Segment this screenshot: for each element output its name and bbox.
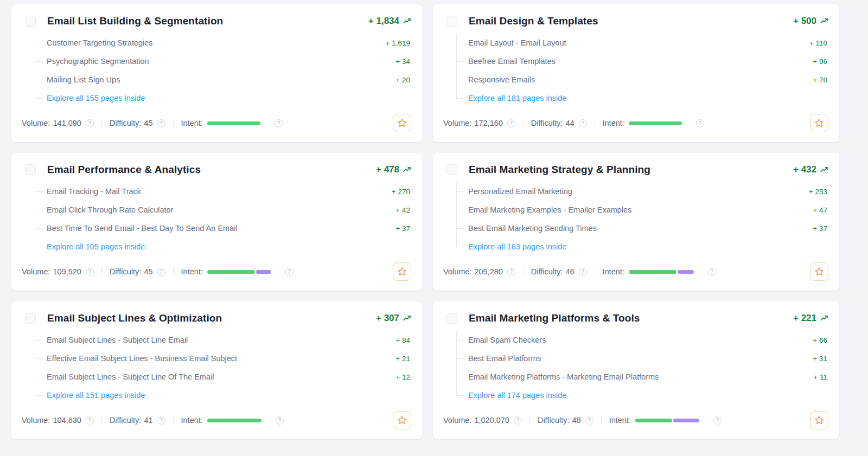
difficulty-label: Difficulty: — [110, 267, 142, 276]
keyword-label: Customer Targeting Strategies — [47, 38, 153, 47]
keyword-tree: Email Layout - Email Layout+ 110Beefree … — [456, 34, 828, 107]
help-icon[interactable]: ? — [86, 268, 94, 276]
help-icon[interactable]: ? — [696, 119, 704, 127]
explore-pages-link[interactable]: Explore all 163 pages inside — [468, 242, 566, 251]
trend-value: + 307 — [376, 313, 399, 324]
favorite-button[interactable] — [810, 262, 828, 281]
intent-label: Intent: — [181, 119, 203, 127]
keyword-trend-value: + 96 — [813, 57, 828, 66]
favorite-button[interactable] — [810, 411, 828, 429]
select-checkbox[interactable] — [446, 313, 457, 324]
volume-label: Volume: — [22, 119, 50, 127]
help-icon[interactable]: ? — [157, 416, 165, 425]
help-icon[interactable]: ? — [579, 119, 587, 127]
trend-up-icon — [820, 166, 828, 173]
intent-bar — [629, 270, 694, 274]
metric-divider — [173, 416, 174, 425]
explore-pages-link[interactable]: Explore all 155 pages inside — [47, 94, 145, 102]
keyword-label: Email Marketing Examples - Emailer Examp… — [468, 205, 631, 214]
help-icon[interactable]: ? — [713, 416, 722, 425]
favorite-button[interactable] — [393, 262, 411, 281]
explore-pages-link[interactable]: Explore all 105 pages inside — [47, 242, 145, 251]
keyword-item: Personalized Email Marketing+ 253 — [468, 182, 828, 201]
keyword-item: Mailing List Sign Ups+ 20 — [47, 70, 411, 89]
help-icon[interactable]: ? — [276, 416, 284, 425]
keyword-label: Email Tracking - Mail Track — [47, 187, 141, 196]
keyword-label: Effective Email Subject Lines - Business… — [47, 354, 237, 363]
volume-label: Volume: — [22, 416, 50, 425]
star-icon — [814, 118, 824, 128]
metric-divider — [601, 416, 602, 425]
volume-value: 172,160 — [474, 119, 502, 127]
keyword-item: Email Layout - Email Layout+ 110 — [468, 34, 828, 52]
help-icon[interactable]: ? — [514, 416, 522, 425]
explore-row: Explore all 105 pages inside — [47, 237, 411, 256]
metrics-bar: Volume: 104,630 ? Difficulty: 41 ? Inten… — [22, 416, 284, 425]
card-title: Email Design & Templates — [469, 15, 598, 27]
explore-pages-link[interactable]: Explore all 151 pages inside — [47, 391, 145, 400]
favorite-button[interactable] — [393, 411, 411, 429]
help-icon[interactable]: ? — [157, 268, 165, 276]
trend-badge: + 221 — [793, 313, 828, 324]
trend-up-icon — [820, 18, 828, 24]
select-checkbox[interactable] — [446, 16, 457, 27]
star-icon — [814, 415, 824, 425]
keyword-label: Best Email Marketing Sending Times — [468, 224, 597, 233]
trend-up-icon — [403, 18, 411, 24]
card-header: Email Performance & Analytics + 478 — [25, 164, 411, 176]
volume-label: Volume: — [443, 119, 471, 127]
difficulty-metric: Difficulty: 48 ? — [538, 416, 593, 425]
select-checkbox[interactable] — [446, 164, 457, 175]
keyword-trend-value: + 37 — [813, 224, 828, 233]
trend-badge: + 432 — [793, 164, 828, 175]
metric-divider — [595, 267, 595, 276]
help-icon[interactable]: ? — [275, 119, 283, 127]
trend-value: + 500 — [793, 16, 816, 27]
keyword-trend-value: + 20 — [395, 76, 411, 84]
card-footer: Volume: 1,020,070 ? Difficulty: 48 ? Int… — [446, 411, 828, 429]
intent-segment-green — [207, 419, 261, 422]
help-icon[interactable]: ? — [585, 416, 593, 425]
keyword-trend-value: + 270 — [392, 188, 411, 196]
volume-value: 205,280 — [474, 267, 502, 276]
help-icon[interactable]: ? — [86, 119, 94, 127]
help-icon[interactable]: ? — [708, 268, 716, 276]
difficulty-label: Difficulty: — [110, 416, 142, 425]
keyword-tree: Email Spam Checkers+ 66Best Email Platfo… — [456, 331, 828, 404]
select-checkbox[interactable] — [25, 313, 36, 324]
favorite-button[interactable] — [393, 114, 411, 132]
difficulty-label: Difficulty: — [110, 119, 142, 127]
explore-row: Explore all 151 pages inside — [47, 386, 411, 404]
help-icon[interactable]: ? — [507, 119, 515, 127]
star-icon — [397, 415, 407, 425]
topic-card: Email Marketing Strategy & Planning + 43… — [433, 153, 839, 291]
select-checkbox[interactable] — [25, 16, 36, 27]
difficulty-value: 44 — [565, 119, 574, 127]
difficulty-value: 45 — [144, 267, 152, 276]
help-icon[interactable]: ? — [157, 119, 165, 127]
keyword-trend-value: + 12 — [395, 373, 411, 381]
select-checkbox[interactable] — [25, 164, 36, 175]
topic-card: Email Design & Templates + 500 Email Lay… — [433, 4, 839, 142]
volume-metric: Volume: 205,280 ? — [443, 267, 515, 276]
help-icon[interactable]: ? — [507, 268, 515, 276]
favorite-button[interactable] — [810, 114, 828, 132]
trend-value: + 1,834 — [368, 16, 399, 27]
explore-pages-link[interactable]: Explore all 174 pages inside — [468, 391, 566, 400]
intent-label: Intent: — [603, 119, 624, 127]
help-icon[interactable]: ? — [579, 268, 587, 276]
keyword-tree: Email Subject Lines - Subject Line Email… — [35, 331, 411, 404]
topic-card: Email Performance & Analytics + 478 Emai… — [11, 153, 422, 291]
explore-row: Explore all 174 pages inside — [468, 386, 828, 404]
keyword-trend-value: + 70 — [813, 76, 828, 84]
keyword-label: Email Spam Checkers — [468, 336, 546, 344]
card-footer: Volume: 205,280 ? Difficulty: 46 ? Inten… — [446, 262, 828, 281]
help-icon[interactable]: ? — [285, 268, 293, 276]
help-icon[interactable]: ? — [86, 416, 94, 425]
difficulty-metric: Difficulty: 46 ? — [531, 267, 587, 276]
difficulty-value: 41 — [144, 416, 152, 425]
difficulty-value: 48 — [572, 416, 580, 425]
volume-label: Volume: — [22, 267, 50, 276]
explore-pages-link[interactable]: Explore all 181 pages inside — [468, 94, 566, 102]
topic-card: Email List Building & Segmentation + 1,8… — [11, 4, 422, 142]
